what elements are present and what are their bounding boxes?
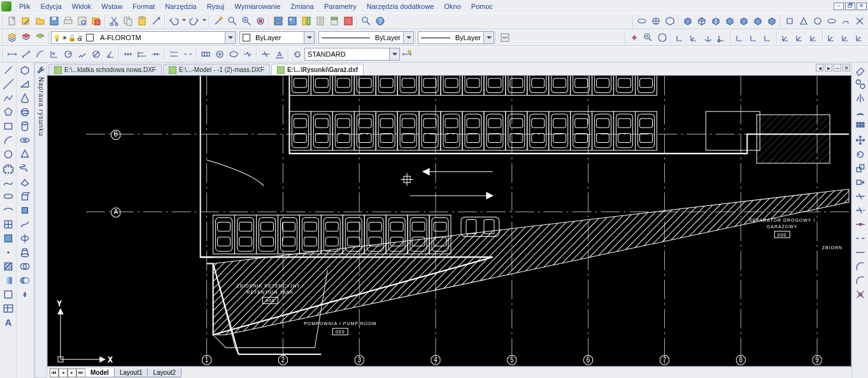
- erase-icon[interactable]: [854, 64, 867, 76]
- region-icon[interactable]: [2, 288, 15, 301]
- props-extra-icon[interactable]: [499, 31, 511, 44]
- dim-break-icon[interactable]: [181, 48, 194, 61]
- loft-icon[interactable]: [18, 246, 31, 259]
- arc-icon[interactable]: [2, 134, 15, 147]
- presspull-icon[interactable]: [18, 204, 31, 217]
- menu-insert[interactable]: Wstaw: [96, 1, 127, 11]
- point-icon[interactable]: [2, 246, 15, 259]
- view-icon-2[interactable]: [650, 15, 662, 27]
- design-center-icon[interactable]: [286, 15, 299, 27]
- solid-3-icon[interactable]: [811, 15, 824, 27]
- gradient-icon[interactable]: [2, 274, 15, 287]
- spline-icon[interactable]: [2, 176, 15, 189]
- layout-next-icon[interactable]: ▸: [68, 368, 76, 377]
- xline-icon[interactable]: [2, 78, 15, 91]
- dim-arc-icon[interactable]: [34, 48, 46, 61]
- chevron-down-icon[interactable]: [225, 32, 235, 43]
- audit-icon[interactable]: [212, 15, 225, 27]
- print-preview-icon[interactable]: [76, 15, 89, 27]
- cylinder-3d-icon[interactable]: [18, 120, 31, 133]
- zoom-window-icon[interactable]: [240, 15, 253, 27]
- rect-icon[interactable]: [2, 120, 15, 133]
- intersect-icon[interactable]: [18, 288, 31, 301]
- menu-params[interactable]: Parametry: [319, 1, 362, 11]
- dim-jogged-icon[interactable]: [76, 48, 89, 61]
- fillet-icon[interactable]: [854, 274, 867, 287]
- wedge-3d-icon[interactable]: [18, 78, 31, 91]
- jog-line-icon[interactable]: [241, 48, 254, 61]
- ucs-7-icon[interactable]: [762, 31, 774, 44]
- ucs-11-icon[interactable]: [825, 31, 838, 44]
- dim-space-icon[interactable]: [167, 48, 180, 61]
- menu-window[interactable]: Okno: [439, 1, 466, 11]
- polygon-icon[interactable]: [2, 106, 15, 119]
- menu-view[interactable]: Widok: [67, 1, 97, 11]
- block-icon[interactable]: [2, 232, 15, 245]
- nav-2-icon[interactable]: [642, 31, 655, 44]
- ucs-2-icon[interactable]: [688, 31, 701, 44]
- rotate-icon[interactable]: [854, 148, 867, 161]
- cone-3d-icon[interactable]: [18, 92, 31, 105]
- redo-icon[interactable]: [188, 15, 201, 27]
- dim-diameter-icon[interactable]: [90, 48, 103, 61]
- nav-3-icon[interactable]: [656, 31, 669, 44]
- mtext-icon[interactable]: A: [2, 316, 15, 329]
- center-mark-icon[interactable]: [213, 48, 226, 61]
- solid-4-icon[interactable]: [825, 15, 838, 27]
- new-icon[interactable]: [6, 15, 18, 27]
- layer-states-icon[interactable]: [20, 31, 32, 44]
- chevron-down-icon[interactable]: [389, 48, 399, 60]
- ucs-4-icon[interactable]: [716, 31, 729, 44]
- layout-tab-1[interactable]: Layout1: [114, 368, 148, 377]
- ellipse-icon[interactable]: [2, 190, 15, 203]
- menu-tools[interactable]: Narzędzia: [160, 1, 202, 11]
- helix-icon[interactable]: [18, 162, 31, 175]
- sheet-set-icon[interactable]: [314, 15, 327, 27]
- union-icon[interactable]: [18, 260, 31, 273]
- ucs-10-icon[interactable]: [808, 31, 820, 44]
- move-icon[interactable]: [854, 134, 867, 147]
- open-icon[interactable]: [34, 15, 46, 27]
- publish-icon[interactable]: [90, 15, 103, 27]
- ucs-6-icon[interactable]: [748, 31, 760, 44]
- undo-icon[interactable]: [167, 15, 180, 27]
- layout-tab-2[interactable]: Layout2: [147, 368, 181, 377]
- iso-box-7-icon[interactable]: [765, 15, 778, 27]
- menu-modify[interactable]: Zmiana: [285, 1, 319, 11]
- box-3d-icon[interactable]: [18, 64, 31, 76]
- ucs-8-icon[interactable]: [779, 31, 792, 44]
- trim-icon[interactable]: [854, 190, 867, 203]
- break-icon[interactable]: [854, 232, 867, 245]
- save-icon[interactable]: [48, 15, 60, 27]
- paste-icon[interactable]: [136, 15, 148, 27]
- window-restore-button[interactable]: 🗗: [845, 3, 855, 10]
- layout-prev-icon[interactable]: ◂: [59, 368, 68, 377]
- offset-icon[interactable]: [854, 106, 867, 119]
- dim-baseline-icon[interactable]: [136, 48, 148, 61]
- extrude-icon[interactable]: [18, 190, 31, 203]
- drawing-canvas[interactable]: B A 1 2 3 4 5 6 7 8 9 ZBIORNIK RETE: [47, 75, 851, 367]
- dim-ord-icon[interactable]: [48, 48, 60, 61]
- dim-aligned-icon[interactable]: [20, 48, 32, 61]
- layer-prev-icon[interactable]: [34, 31, 46, 44]
- script-icon[interactable]: [342, 15, 355, 27]
- layout-first-icon[interactable]: ⏮: [50, 368, 59, 377]
- inspect-icon[interactable]: [227, 48, 240, 61]
- tab-scroll-right-icon[interactable]: ▸: [825, 64, 832, 71]
- array-icon[interactable]: [854, 120, 867, 133]
- regen-icon[interactable]: [254, 15, 267, 27]
- solid-2-icon[interactable]: [797, 15, 810, 27]
- explode-icon[interactable]: [854, 288, 867, 301]
- tab-scroll-left-icon[interactable]: ◂: [816, 64, 823, 71]
- sphere-3d-icon[interactable]: [18, 106, 31, 119]
- dim-continue-icon[interactable]: [150, 48, 162, 61]
- calc-icon[interactable]: [328, 15, 341, 27]
- solid-5-icon[interactable]: [839, 15, 852, 27]
- break-pt-icon[interactable]: [854, 218, 867, 231]
- ucs-13-icon[interactable]: [853, 31, 866, 44]
- line-icon[interactable]: [2, 64, 15, 76]
- extend-icon[interactable]: [854, 204, 867, 217]
- pline-icon[interactable]: [2, 92, 15, 105]
- iso-box-5-icon[interactable]: [737, 15, 750, 27]
- document-tab[interactable]: E:\...\Rysunki\Garaż.dxf: [271, 64, 364, 75]
